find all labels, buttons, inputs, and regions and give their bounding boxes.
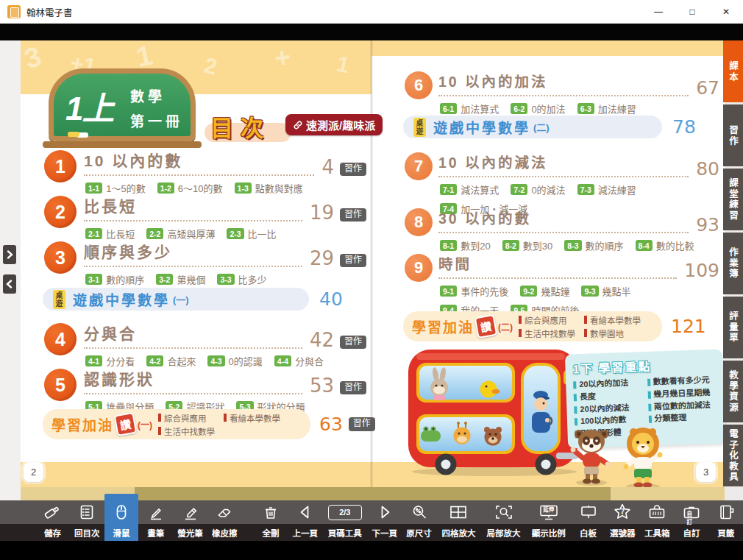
tool-mouse[interactable]: 滑鼠: [104, 494, 139, 541]
chapter-number-badge[interactable]: 5: [44, 369, 77, 401]
section-link[interactable]: 2-1比長短: [85, 227, 135, 241]
scrollbar-handle[interactable]: [135, 487, 611, 500]
minimize-button[interactable]: —: [641, 0, 675, 24]
section-link[interactable]: 2-2高矮與厚薄: [146, 227, 215, 241]
tool-custom[interactable]: 自訂 自訂: [675, 500, 709, 541]
boardgame-link[interactable]: 桌遊 遊戲中學數學 (一): [43, 288, 309, 311]
chapter-number-badge[interactable]: 7: [405, 152, 433, 180]
chapter-title-row[interactable]: 認識形狀 53 習作: [84, 367, 366, 394]
tool-toolbox[interactable]: 工具箱: [640, 500, 675, 541]
section-link[interactable]: 7-3減法練習: [577, 182, 636, 196]
section-link[interactable]: 3-3比多少: [217, 272, 266, 286]
booster-page-number[interactable]: 63: [319, 414, 343, 435]
chapter-page-number[interactable]: 80: [696, 161, 719, 178]
workbook-badge[interactable]: 習作: [340, 254, 366, 267]
sidebar-tab[interactable]: 作業簿: [723, 233, 743, 294]
tool-highlighter[interactable]: 螢光筆: [173, 500, 207, 541]
right-page-number-badge[interactable]: 3: [696, 462, 716, 482]
tool-eraser[interactable]: 橡皮擦: [207, 500, 242, 541]
tool-whiteboard[interactable]: 白板: [571, 500, 605, 541]
workbook-badge[interactable]: 習作: [340, 163, 366, 176]
boardgame-link[interactable]: 桌遊 遊戲中學數學 (二): [403, 116, 662, 138]
workbook-badge[interactable]: 習作: [340, 336, 366, 349]
tool-quad-zoom[interactable]: 四格放大: [436, 500, 481, 541]
chapter-page-number[interactable]: 42: [310, 332, 334, 349]
sidebar-tab[interactable]: 教學資源: [723, 361, 743, 422]
sidebar-tab[interactable]: 習作: [723, 104, 743, 166]
section-link[interactable]: 9-3幾點半: [581, 284, 630, 298]
chapter-page-number[interactable]: 19: [310, 205, 334, 221]
tool-area-zoom[interactable]: 局部放大: [481, 500, 526, 541]
section-link[interactable]: 8-4數的比較: [636, 238, 694, 252]
left-page-number-badge[interactable]: 2: [24, 462, 43, 482]
workbook-badge[interactable]: 習作: [349, 417, 375, 430]
chapter-title-row[interactable]: 分與合 42 習作: [84, 322, 366, 349]
panel-open-chevron-right[interactable]: [3, 245, 16, 264]
section-link[interactable]: 3-2第幾個: [156, 272, 205, 286]
workbook-badge[interactable]: 習作: [340, 208, 366, 221]
booster-link[interactable]: 學習加油 讚 (一) 綜合與應用生活中找數學看繪本學數學: [43, 409, 310, 439]
workbook-badge[interactable]: 習作: [340, 381, 366, 394]
close-button[interactable]: ✕: [709, 0, 743, 24]
section-link[interactable]: 1-11～5的數: [85, 181, 146, 195]
tool-display-ratio[interactable]: 延伸 顯示比例: [526, 500, 571, 541]
chapter-number-badge[interactable]: 9: [405, 254, 433, 282]
boardgame-page-number[interactable]: 40: [319, 288, 343, 310]
sidebar-tab[interactable]: 電子化教具: [723, 425, 743, 486]
tool-pen[interactable]: 畫筆: [138, 500, 173, 541]
tool-page-indicator[interactable]: 2/3 頁碼工具: [322, 500, 367, 541]
section-link[interactable]: 4-1分分看: [85, 354, 135, 368]
panel-close-chevron-left[interactable]: [3, 274, 16, 294]
chapter-number-badge[interactable]: 1: [44, 150, 77, 182]
section-link[interactable]: 4-30的認識: [207, 354, 262, 368]
tool-original-size[interactable]: 原尺寸: [402, 500, 436, 541]
section-link[interactable]: 9-1事件的先後: [440, 284, 508, 298]
tool-save[interactable]: 儲存: [35, 500, 70, 541]
section-link[interactable]: 3-1數的順序: [85, 272, 144, 286]
chapter-title-row[interactable]: 比長短 19 習作: [84, 194, 366, 221]
chapter-page-number[interactable]: 29: [310, 250, 334, 267]
section-link[interactable]: 4-2合起來: [146, 354, 196, 368]
tool-page-tabs[interactable]: 頁籤: [708, 500, 743, 541]
chapter-page-number[interactable]: 4: [321, 159, 334, 176]
section-link[interactable]: 9-2幾點鐘: [520, 284, 569, 298]
chapter-page-number[interactable]: 67: [696, 80, 719, 97]
section-link[interactable]: 2-3比一比: [227, 227, 276, 241]
section-link[interactable]: 7-20的減法: [511, 182, 565, 196]
maximize-button[interactable]: □: [675, 0, 709, 24]
section-link[interactable]: 6-3加法練習: [577, 102, 636, 116]
chapter-number-badge[interactable]: 4: [44, 323, 77, 355]
section-link[interactable]: 8-1數到20: [440, 238, 491, 252]
section-link[interactable]: 4-4分與合: [274, 354, 324, 368]
boardgame-page-number[interactable]: 78: [672, 116, 696, 138]
section-link[interactable]: 1-3點數與對應: [235, 181, 303, 195]
section-link[interactable]: 6-1加法算式: [440, 102, 499, 116]
sidebar-tab[interactable]: 課本: [723, 40, 743, 102]
quick-test-link-button[interactable]: 速測派/趣味派: [285, 114, 383, 135]
tool-next-page[interactable]: 下一頁: [367, 500, 402, 541]
chapter-title-row[interactable]: 10 以內的加法 67: [438, 70, 719, 96]
sidebar-tab[interactable]: 課堂練習: [723, 169, 743, 230]
chapter-page-number[interactable]: 109: [684, 263, 719, 280]
sidebar-tab[interactable]: 評量單: [723, 297, 743, 358]
section-link[interactable]: 8-2數到30: [502, 238, 553, 252]
chapter-number-badge[interactable]: 6: [405, 71, 433, 99]
chapter-title-row[interactable]: 10 以內的減法 80: [438, 151, 719, 177]
section-link[interactable]: 6-20的加法: [511, 102, 565, 116]
tool-prev-page[interactable]: 上一頁: [288, 500, 322, 541]
chapter-number-badge[interactable]: 8: [405, 208, 433, 236]
tool-back-to-toc[interactable]: 回目次: [70, 500, 104, 541]
chapter-title-row[interactable]: 時間 109: [438, 252, 719, 279]
section-link[interactable]: 1-26～10的數: [157, 181, 223, 195]
chapter-number-badge[interactable]: 3: [44, 241, 77, 274]
booster-link[interactable]: 學習加油 讚 (二) 綜合與應用生活中找數學看繪本學數學數學園地: [403, 311, 662, 341]
chapter-title-row[interactable]: 30 以內的數 93: [438, 207, 719, 233]
chapter-number-badge[interactable]: 2: [44, 196, 77, 228]
chapter-title-row[interactable]: 順序與多少 29 習作: [84, 240, 366, 267]
chapter-page-number[interactable]: 93: [696, 217, 719, 234]
booster-page-number[interactable]: 121: [671, 316, 706, 337]
chapter-page-number[interactable]: 53: [310, 378, 334, 394]
chapter-title-row[interactable]: 10 以內的數 4 習作: [84, 149, 366, 176]
section-link[interactable]: 7-1減法算式: [440, 182, 499, 196]
section-link[interactable]: 8-3數的順序: [564, 238, 623, 252]
